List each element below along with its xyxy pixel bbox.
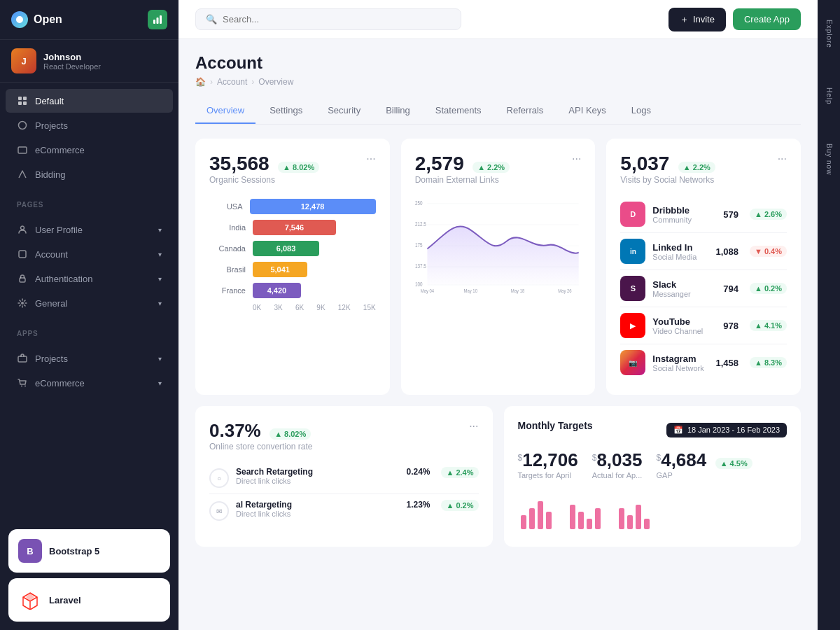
linkedin-type: Social Media bbox=[652, 253, 696, 261]
general-icon bbox=[17, 298, 28, 309]
svg-text:May 10: May 10 bbox=[463, 288, 477, 294]
tab-billing[interactable]: Billing bbox=[374, 98, 421, 124]
nav-label-account: Account bbox=[35, 249, 68, 260]
bar-chart: USA 12,478 India 7,546 Canada 6,083 Bras… bbox=[209, 196, 376, 314]
monthly-title: Monthly Targets bbox=[518, 420, 593, 431]
chevron-down-icon: ▾ bbox=[158, 226, 162, 234]
nav-item-account[interactable]: Account ▾ bbox=[6, 242, 173, 266]
tab-settings[interactable]: Settings bbox=[258, 98, 314, 124]
ret-info-2: al Retargeting Direct link clicks bbox=[236, 500, 292, 518]
dribbble-name: Dribbble bbox=[652, 205, 692, 216]
date-range-badge: 📅 18 Jan 2023 - 16 Feb 2023 bbox=[666, 423, 787, 438]
tab-logs[interactable]: Logs bbox=[620, 98, 662, 124]
search-input[interactable] bbox=[223, 14, 451, 24]
svg-text:100: 100 bbox=[415, 281, 423, 288]
bar-label-brasil: Brasil bbox=[209, 265, 246, 274]
conversion-card: 0.37% ▲ 8.02% ··· Online store convertio… bbox=[195, 406, 493, 547]
svg-rect-40 bbox=[636, 505, 641, 529]
ret-badge-2: ▲ 0.2% bbox=[441, 500, 478, 511]
slack-logo-icon: S bbox=[620, 276, 645, 301]
create-app-button[interactable]: Create App bbox=[733, 8, 801, 30]
svg-rect-4 bbox=[23, 97, 27, 100]
bootstrap-logo-icon: B bbox=[18, 539, 42, 563]
nav-item-projects-app[interactable]: Projects ▾ bbox=[6, 346, 173, 370]
conv-more-btn[interactable]: ··· bbox=[469, 420, 478, 433]
laravel-label: Laravel bbox=[49, 595, 81, 606]
buynow-button[interactable]: Buy now bbox=[822, 138, 836, 181]
social-more-btn[interactable]: ··· bbox=[778, 153, 787, 165]
breadcrumb-account[interactable]: Account bbox=[217, 77, 247, 87]
svg-rect-1 bbox=[157, 18, 159, 24]
svg-text:May 26: May 26 bbox=[558, 288, 572, 294]
bar-row-india: India 7,546 bbox=[209, 220, 376, 235]
ret-pct-1: 0.24% bbox=[406, 467, 430, 477]
help-button[interactable]: Help bbox=[822, 82, 836, 111]
dribbble-value: 579 bbox=[723, 209, 738, 220]
instagram-info: Instagram Social Network bbox=[652, 354, 704, 372]
ret-name-1: Search Retargeting bbox=[236, 467, 313, 477]
breadcrumb-home-icon: 🏠 bbox=[195, 77, 206, 87]
logo-text: Open bbox=[34, 13, 62, 26]
organic-value: 35,568 bbox=[209, 153, 270, 174]
retargeting-row-1: ○ Search Retargeting Direct link clicks … bbox=[209, 461, 479, 494]
instagram-name: Instagram bbox=[652, 354, 704, 364]
nav-item-projects[interactable]: Projects bbox=[6, 113, 173, 137]
mini-bar-charts bbox=[518, 491, 788, 533]
topbar-actions: ＋ Invite Create App bbox=[668, 8, 801, 31]
invite-button[interactable]: ＋ Invite bbox=[668, 8, 726, 31]
chart-icon-btn[interactable] bbox=[148, 10, 167, 29]
dribbble-type: Community bbox=[652, 216, 692, 224]
breadcrumb-sep1: › bbox=[210, 77, 213, 87]
date-range-text: 18 Jan 2023 - 16 Feb 2023 bbox=[687, 426, 780, 434]
tab-overview[interactable]: Overview bbox=[195, 98, 255, 124]
svg-point-7 bbox=[19, 122, 27, 130]
slack-badge: ▲ 0.2% bbox=[750, 283, 787, 294]
nav-label-authentication: Authentication bbox=[35, 274, 92, 284]
user-role: React Developer bbox=[43, 62, 101, 71]
tab-security[interactable]: Security bbox=[316, 98, 372, 124]
domain-more-btn[interactable]: ··· bbox=[572, 153, 581, 165]
svg-rect-35 bbox=[578, 512, 584, 529]
monthly-header: Monthly Targets 📅 18 Jan 2023 - 16 Feb 2… bbox=[518, 420, 788, 440]
tab-api-keys[interactable]: API Keys bbox=[557, 98, 617, 124]
svg-rect-37 bbox=[595, 508, 601, 529]
laravel-card: Laravel bbox=[8, 578, 170, 622]
organic-more-btn[interactable]: ··· bbox=[366, 153, 375, 165]
nav-item-ecommerce[interactable]: eCommerce bbox=[6, 138, 173, 162]
slack-type: Messanger bbox=[652, 290, 690, 298]
pages-nav: User Profile ▾ Account ▾ Authentication … bbox=[0, 211, 178, 321]
mini-bar-chart-2 bbox=[567, 494, 609, 533]
explore-button[interactable]: Explore bbox=[822, 14, 836, 54]
svg-rect-39 bbox=[627, 515, 633, 529]
tab-referrals[interactable]: Referrals bbox=[496, 98, 555, 124]
nav-item-general[interactable]: General ▾ bbox=[6, 291, 173, 315]
social-value: 5,037 bbox=[620, 153, 669, 174]
nav-item-user-profile[interactable]: User Profile ▾ bbox=[6, 218, 173, 241]
sidebar-header: Open bbox=[0, 0, 178, 40]
nav-label-ecommerce-app: eCommerce bbox=[35, 378, 85, 388]
nav-item-default[interactable]: Default bbox=[6, 89, 173, 113]
svg-rect-6 bbox=[23, 102, 27, 105]
nav-item-authentication[interactable]: Authentication ▾ bbox=[6, 267, 173, 290]
svg-point-14 bbox=[21, 386, 22, 387]
ret-info-1: Search Retargeting Direct link clicks bbox=[236, 467, 313, 485]
social-row-dribbble: D Dribbble Community 579 ▲ 2.6% bbox=[620, 196, 787, 233]
svg-rect-8 bbox=[18, 147, 27, 153]
bootstrap-card: B Bootstrap 5 bbox=[8, 529, 170, 573]
ret-sub-1: Direct link clicks bbox=[236, 477, 313, 485]
linkedin-badge: ▼ 0.4% bbox=[750, 246, 787, 257]
instagram-type: Social Network bbox=[652, 364, 704, 372]
targets-amount: 12,706 bbox=[522, 449, 578, 470]
nav-label-ecommerce: eCommerce bbox=[35, 145, 85, 155]
nav-item-ecommerce-app[interactable]: eCommerce ▾ bbox=[6, 371, 173, 395]
page-title: Account bbox=[195, 53, 801, 73]
ret-icon-1: ○ bbox=[209, 468, 229, 488]
svg-point-12 bbox=[21, 302, 24, 304]
monthly-actual: $8,035 Actual for Ap... bbox=[592, 449, 643, 479]
tab-statements[interactable]: Statements bbox=[424, 98, 493, 124]
instagram-logo-icon: 📷 bbox=[620, 350, 645, 375]
nav-label-bidding: Bidding bbox=[35, 169, 65, 180]
nav-item-bidding[interactable]: Bidding bbox=[6, 162, 173, 186]
calendar-icon: 📅 bbox=[673, 426, 683, 435]
social-row-instagram: 📷 Instagram Social Network 1,458 ▲ 8.3% bbox=[620, 344, 787, 381]
